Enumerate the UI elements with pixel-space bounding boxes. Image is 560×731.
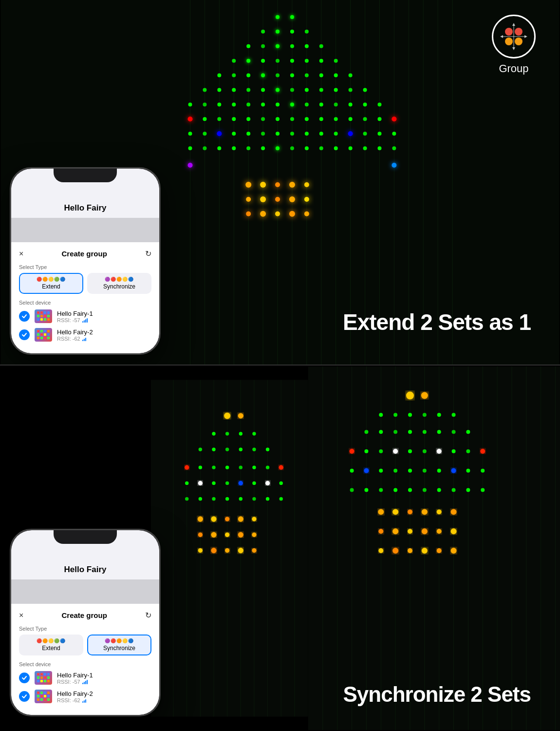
phone-device-bottom: Hello Fairy × Create group ↻ Select Type… [10,529,161,716]
svg-point-235 [451,413,455,417]
close-button-bottom[interactable]: × [19,611,23,620]
svg-point-138 [505,28,513,36]
device-name-1-top: Hello Fairy-1 [57,310,151,317]
sync-label-bottom: Synchronize [103,645,135,652]
svg-point-74 [363,102,367,106]
svg-point-163 [239,432,243,435]
sync-dots-top: 🟣🔴🟠🟡🔵 [105,277,134,282]
svg-point-66 [246,102,250,106]
svg-point-58 [319,88,323,92]
svg-point-70 [305,102,309,106]
sync-button-top[interactable]: 🟣🔴🟠🟡🔵 Synchronize [87,273,151,294]
svg-point-250 [436,449,441,454]
svg-point-137 [392,163,396,168]
select-type-label-top: Select Type [19,264,151,270]
phone-header-bg-top [11,218,159,242]
svg-point-179 [185,481,188,485]
svg-point-183 [239,481,243,485]
svg-point-98 [290,132,294,135]
signal-bars-2-bottom [82,698,86,703]
svg-point-44 [276,74,280,77]
svg-point-229 [421,392,428,399]
svg-point-209 [252,548,256,553]
close-button-top[interactable]: × [19,250,23,258]
svg-point-73 [349,102,353,106]
device-rssi-1-top: RSSI: -57 [57,317,151,323]
device-check-2-bottom[interactable] [19,691,30,702]
svg-point-174 [225,465,229,469]
svg-point-71 [319,102,323,106]
svg-point-80 [246,117,250,121]
svg-point-243 [466,430,470,434]
svg-point-123 [260,182,266,188]
svg-point-42 [246,74,250,77]
svg-point-100 [319,132,323,135]
svg-point-178 [279,465,283,470]
svg-point-262 [466,469,470,473]
svg-point-257 [393,469,397,473]
svg-point-57 [305,88,309,92]
svg-point-283 [421,528,427,534]
status-bar-top [11,186,159,200]
svg-point-236 [364,430,368,434]
select-device-label-bottom: Select device [19,661,151,667]
refresh-button-top[interactable]: ↻ [145,249,151,258]
svg-point-59 [334,88,338,92]
svg-point-279 [450,509,456,515]
svg-point-185 [265,481,270,485]
svg-point-170 [266,448,269,451]
svg-point-162 [225,432,229,435]
svg-marker-145 [512,47,515,50]
device-check-1-top[interactable] [19,311,30,322]
svg-point-75 [377,102,381,106]
group-icon-container: Group [492,15,536,75]
svg-point-161 [212,432,215,435]
svg-point-89 [377,117,381,121]
svg-point-251 [451,449,455,453]
svg-point-91 [188,132,192,135]
svg-point-277 [421,509,427,515]
svg-point-234 [437,413,441,417]
svg-point-273 [481,488,485,492]
sync-label: Synchronize 2 Sets [343,682,531,707]
svg-point-132 [246,212,251,216]
svg-point-276 [408,509,412,514]
svg-point-164 [252,432,256,435]
device-check-1-bottom[interactable] [19,673,30,683]
svg-point-255 [364,468,369,473]
svg-point-68 [276,102,280,106]
card-header-top: × Create group ↻ [19,249,151,258]
card-title-top: Create group [61,250,107,258]
svg-point-237 [379,430,383,434]
device-name-1-bottom: Hello Fairy-1 [57,672,151,679]
svg-point-117 [349,146,353,150]
svg-point-182 [225,481,229,485]
svg-point-129 [275,197,280,202]
svg-point-92 [203,132,206,135]
svg-point-110 [246,146,250,150]
svg-point-196 [211,517,216,522]
device-info-2-top: Hello Fairy-2 RSSI: -62 [57,328,151,342]
svg-point-35 [276,59,280,63]
svg-point-233 [422,413,426,417]
svg-point-55 [276,88,280,92]
sync-button-bottom[interactable]: 🟣🔴🟠🟡🔵 Synchronize [87,635,151,655]
svg-point-101 [334,132,338,135]
svg-point-54 [261,88,265,92]
extend-button-bottom[interactable]: 🔴🟠🟡🟢🔵 Extend [19,635,83,655]
svg-marker-146 [500,35,503,38]
refresh-button-bottom[interactable]: ↻ [145,611,151,620]
extend-label-top: Extend [42,283,60,290]
svg-point-195 [198,517,203,522]
phone-notch-top [54,169,117,182]
svg-point-173 [212,465,215,469]
svg-point-197 [225,517,229,521]
svg-point-134 [275,212,280,216]
extend-button-top[interactable]: 🔴🟠🟡🟢🔵 Extend [19,273,83,294]
device-item-1-top: Hello Fairy-1 RSSI: -57 [19,309,151,323]
svg-point-124 [275,182,280,187]
device-rssi-2-bottom: RSSI: -62 [57,697,151,703]
svg-point-284 [436,529,441,534]
device-check-2-top[interactable] [19,329,30,340]
device-icon-2-bottom [35,690,52,703]
